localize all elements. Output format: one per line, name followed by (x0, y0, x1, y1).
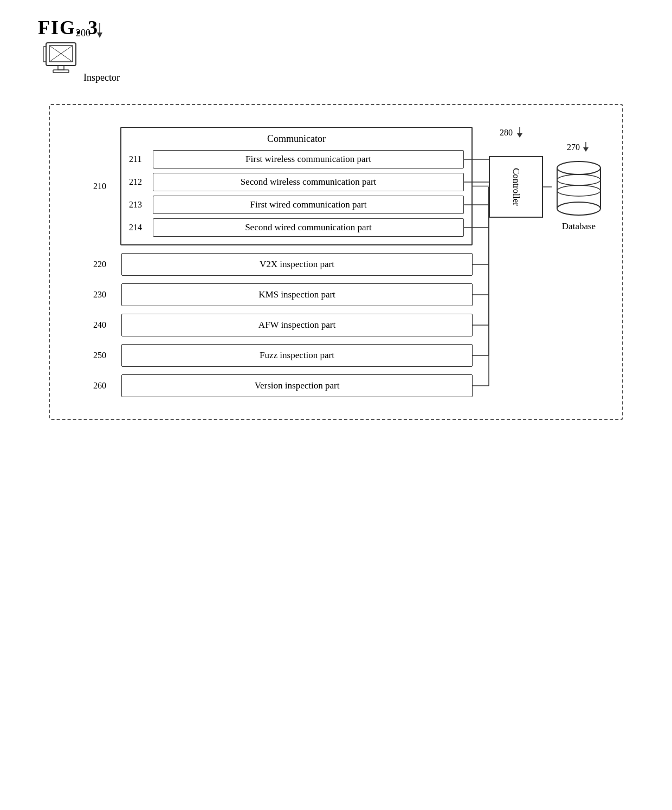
v2x-row: 220 V2X inspection part (93, 253, 473, 276)
arrow-200-icon (92, 23, 108, 39)
label-230: 230 (93, 290, 117, 300)
label-260: 260 (93, 381, 117, 391)
database-label: Database (562, 221, 596, 232)
arrow-280-icon (514, 127, 526, 139)
kms-inspection-part: KMS inspection part (121, 283, 473, 306)
inspector-label: Inspector (83, 72, 120, 83)
label-270: 270 (567, 142, 580, 152)
svg-rect-6 (58, 66, 64, 70)
inspector-icon (43, 40, 81, 83)
svg-point-14 (557, 161, 600, 174)
communicator-title: Communicator (129, 133, 464, 145)
figure-title: FIG. 3 (38, 16, 634, 39)
label-240: 240 (93, 320, 117, 330)
afw-row: 240 AFW inspection part (93, 314, 473, 336)
second-wireless-comm-part: Second wireless communication part (153, 173, 464, 191)
outer-dashed-box: 210 Communicator 211 First wireless comm… (49, 104, 623, 420)
comm-parts-list: 211 First wireless communication part 21… (129, 150, 464, 237)
comm-part-row-212: 212 Second wireless communication part (129, 173, 464, 191)
communicator-group: Communicator 211 First wireless communic… (120, 127, 473, 245)
svg-rect-8 (43, 47, 46, 62)
svg-rect-7 (53, 70, 69, 73)
communicator-row: 210 Communicator 211 First wireless comm… (93, 127, 473, 245)
controller-box: Controller (489, 156, 543, 218)
label-210: 210 (93, 182, 117, 191)
arrow-270-icon (581, 142, 591, 153)
comm-part-row-213: 213 First wired communication part (129, 196, 464, 214)
fuzz-inspection-part: Fuzz inspection part (121, 344, 473, 367)
database-column: 270 (552, 142, 606, 232)
main-content: 210 Communicator 211 First wireless comm… (93, 127, 606, 397)
database-icon (552, 157, 606, 217)
label-200: 200 (76, 28, 91, 39)
label-280-area: 280 (500, 127, 526, 139)
label-250: 250 (93, 351, 117, 360)
first-wired-comm-part: First wired communication part (153, 196, 464, 214)
label-213: 213 (129, 200, 148, 210)
first-wireless-comm-part: First wireless communication part (153, 150, 464, 169)
comm-part-row-211: 211 First wireless communication part (129, 150, 464, 169)
svg-marker-12 (583, 147, 589, 152)
version-row: 260 Version inspection part (93, 374, 473, 397)
kms-row: 230 KMS inspection part (93, 283, 473, 306)
label-214: 214 (129, 223, 148, 232)
left-column: 210 Communicator 211 First wireless comm… (93, 127, 473, 397)
db-label-area: 270 (567, 142, 591, 153)
diagram-wrapper: 200 (38, 61, 634, 431)
fuzz-row: 250 Fuzz inspection part (93, 344, 473, 367)
label-211: 211 (129, 154, 148, 164)
svg-point-15 (557, 202, 600, 215)
svg-marker-10 (517, 133, 522, 138)
label-280: 280 (500, 128, 513, 138)
page-container: FIG. 3 200 (38, 16, 634, 431)
label-220: 220 (93, 260, 117, 269)
second-wired-comm-part: Second wired communication part (153, 218, 464, 237)
right-column: 280 Controller (489, 127, 606, 232)
inspector-area: 200 (43, 23, 120, 83)
controller-db-wrapper: Controller 270 (489, 142, 606, 232)
label-212: 212 (129, 177, 148, 187)
svg-point-16 (557, 174, 600, 185)
controller-box-container: Controller (489, 156, 543, 218)
version-inspection-part: Version inspection part (121, 374, 473, 397)
comm-part-row-214: 214 Second wired communication part (129, 218, 464, 237)
svg-marker-1 (97, 33, 102, 38)
svg-point-17 (557, 185, 600, 196)
v2x-inspection-part: V2X inspection part (121, 253, 473, 276)
afw-inspection-part: AFW inspection part (121, 314, 473, 336)
